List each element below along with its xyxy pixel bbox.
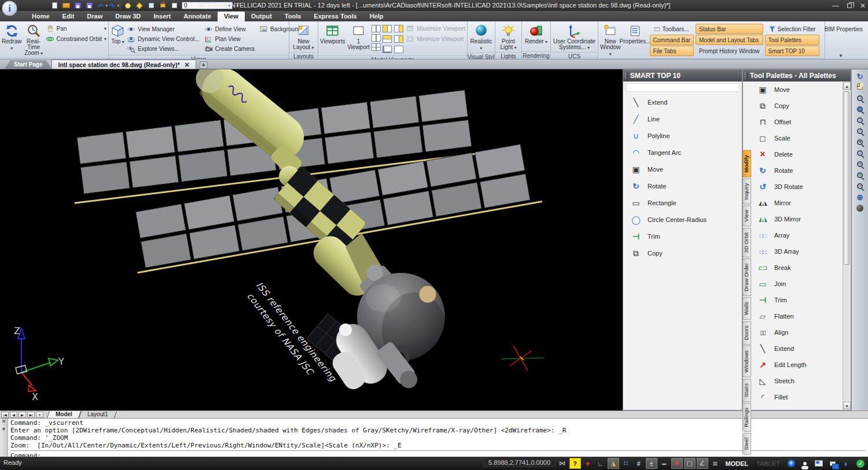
realtime-zoom-button[interactable]: Real-Time Zoom [23,23,43,57]
palette-tool-item[interactable]: Join [752,276,843,292]
toggle-command-bar[interactable]: Command Bar [650,35,694,45]
new-window-button[interactable]: New Window [600,23,621,57]
scrollbar-thumb[interactable] [844,91,849,265]
scroll-down-icon[interactable]: ▼ [843,402,851,409]
chevron-down-icon[interactable]: ▾ [2,427,5,432]
constrained-orbit-button[interactable]: Constrained Orbit▾ [46,35,106,43]
polar-icon[interactable] [608,458,619,469]
smart-tool-item[interactable]: Extend [623,94,742,110]
smart-tool-item[interactable]: Circle Center-Radius [623,211,742,228]
model-space-button[interactable]: MODEL [722,460,752,467]
smart-tool-item[interactable]: Copy [623,245,742,261]
render-button[interactable]: Render [524,23,549,50]
explore-views-button[interactable]: Explore Views... [127,44,200,54]
palette-tool-item[interactable]: 3D Mirror [752,211,843,227]
windows-icon[interactable] [826,458,839,469]
minimize-ribbon-button[interactable]: ▼ [837,53,845,59]
snap-icon[interactable] [646,458,657,469]
palette-tool-item[interactable]: Fillet [752,389,843,405]
palette-tab[interactable]: Draw Order [742,258,751,296]
scroll-up-icon[interactable]: ▲ [843,82,851,90]
new-file-icon[interactable] [50,1,59,10]
palette-tab[interactable]: Walls [742,297,751,320]
zoom-entity-icon[interactable] [853,147,867,158]
toggle-smart-top10[interactable]: Smart TOP 10 [765,46,819,56]
command-bar[interactable]: ✕ ▾ Command: _vscurrentEnter an option [… [0,418,868,457]
ucs-toggle-icon[interactable] [671,458,683,469]
smart-tool-item[interactable]: Line [623,110,742,127]
prompt-lines-icon[interactable] [709,458,721,469]
smart-tool-item[interactable]: Rectangle [623,194,742,211]
properties-button[interactable]: Properties... [623,23,648,57]
palette-tab[interactable]: Steel [742,433,751,455]
close-icon[interactable]: ✕ [185,60,190,69]
palette-tool-item[interactable]: Align [752,324,843,341]
sheet-tab[interactable]: Layout1 [79,411,117,418]
point-light-button[interactable]: Point Light [497,23,520,51]
pan-button[interactable]: Pan▾ [46,24,106,33]
esnap-icon[interactable] [620,458,632,469]
next-sheet-icon[interactable]: ▶ [19,412,26,418]
tab-document[interactable]: Intl space station dec 98.dwg (Read-only… [52,60,196,69]
tab-start-page[interactable]: Start Page [5,60,52,69]
menu-tab[interactable]: Insert [147,12,177,21]
viewport-2-vertical-button[interactable] [372,25,381,32]
dynamic-view-control-button[interactable]: Dynamic View Control... [127,34,200,44]
palette-tool-item[interactable]: Extend [752,341,843,357]
viewport-3-right-button[interactable] [372,34,381,42]
smart-tool-item[interactable]: Tangent Arc [623,144,742,161]
maximize-viewport-button[interactable]: Maximize Viewport [406,24,465,33]
menu-tab[interactable]: Draw 3D [109,12,147,21]
prev-sheet-icon[interactable]: ◀ [10,412,17,418]
coordinates-display[interactable]: 5.8988,2.7741,0.0000 [483,458,556,467]
bim-properties-button[interactable]: BIM Properties [821,24,866,34]
last-sheet-icon[interactable]: ▶| [27,412,35,418]
save-icon[interactable] [73,1,82,10]
zoom-out-icon[interactable] [853,180,867,191]
palette-tool-item[interactable]: Move [752,82,843,98]
zoom-all-icon[interactable] [853,136,867,147]
toggle-status-bar[interactable]: Status Bar [696,24,763,34]
menu-tab[interactable]: Home [25,12,56,21]
palette-tab[interactable]: Modify [742,150,751,177]
gear-icon[interactable] [785,458,797,469]
polygonal-viewport-button[interactable] [382,46,392,53]
smart-tool-item[interactable]: Move [623,161,742,177]
toggle-file-tabs[interactable]: File Tabs [650,46,694,56]
top-view-button[interactable]: Top [111,23,125,54]
one-viewport-button[interactable]: 1 Viewport [347,23,370,54]
palette-tool-item[interactable]: 3D Array [752,243,843,260]
tool-palettes-title[interactable]: Tool Palettes - All Palettes [743,70,851,82]
chevron-down-icon[interactable]: ▾ [104,36,106,42]
palette-tab[interactable]: Windows [742,346,751,378]
palette-tool-item[interactable]: Mirror [752,195,843,211]
ortho-icon[interactable] [595,458,606,469]
ucs-button[interactable]: User Coordinate Systems... [553,23,596,51]
define-view-button[interactable]: Define View [204,24,255,34]
orbit-icon[interactable] [853,202,867,213]
palette-tool-item[interactable]: Scale [752,130,843,146]
palette-tool-item[interactable]: Stretch [752,373,843,389]
smart-top10-title[interactable]: SMART TOP 10 [623,70,742,82]
pan-icon[interactable] [853,82,867,92]
redo-icon[interactable] [108,1,117,10]
zoom-previous-icon[interactable] [853,158,867,169]
plan-view-button[interactable]: Plan View [204,34,255,44]
palette-tab[interactable]: Doors [742,321,751,345]
palette-tool-item[interactable]: Rotate [752,162,843,179]
selection-filter-button[interactable]: Selection Filter [765,24,819,34]
join-viewports-button[interactable] [394,35,403,43]
menu-tab[interactable]: Output [245,12,278,21]
group-label-display[interactable]: Display [598,58,825,59]
palette-tab[interactable]: View [742,205,751,226]
undo-icon[interactable] [96,1,105,10]
quick-input-icon[interactable] [569,458,581,469]
sheet-tab[interactable]: Model [47,411,81,418]
toggle-tool-palettes[interactable]: Tool Palettes [765,35,819,45]
visual-style-button[interactable]: Realistic [469,23,493,51]
palette-tab[interactable]: Stairs [742,379,751,402]
palette-tool-item[interactable]: Offset [752,114,843,130]
menu-tab[interactable]: View [218,12,245,21]
smart-tool-item[interactable]: Trim [623,228,742,245]
new-sheet-icon[interactable]: + [36,412,43,418]
